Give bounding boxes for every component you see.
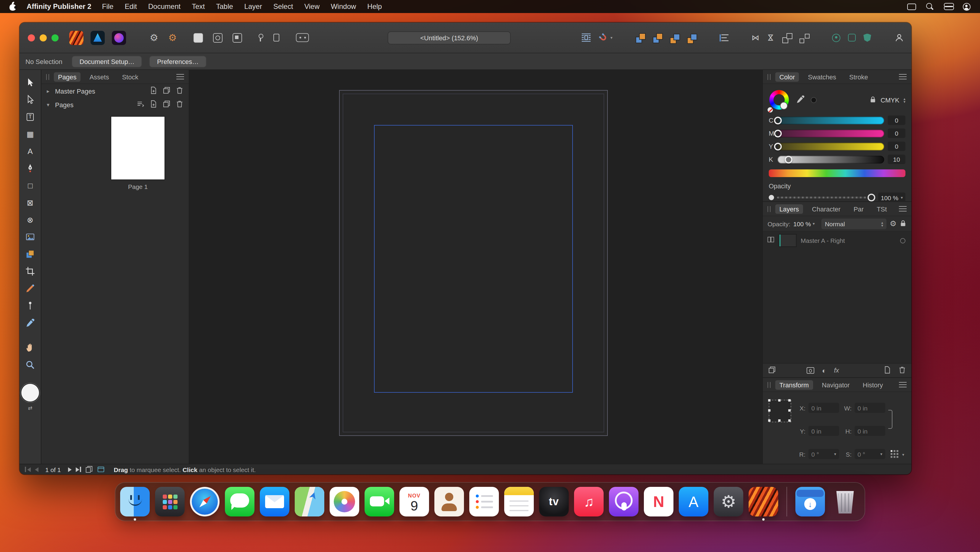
slider-knob[interactable]	[774, 142, 782, 150]
slider-knob[interactable]	[774, 116, 782, 124]
layers-list[interactable]: Master A - Right	[763, 231, 912, 363]
text-wrap-icon[interactable]	[581, 33, 592, 43]
y-field[interactable]: 0 in	[808, 426, 839, 436]
assistant-icon[interactable]	[296, 33, 309, 42]
menu-view[interactable]: View	[304, 2, 320, 11]
add-master-page-icon[interactable]	[150, 86, 158, 95]
master-pages-section[interactable]: ▸ Master Pages	[41, 84, 189, 98]
dock-launchpad-icon[interactable]	[155, 487, 185, 517]
target-circle-icon[interactable]	[832, 34, 840, 42]
cyan-slider-track[interactable]	[778, 116, 884, 124]
hue-strip[interactable]	[769, 169, 905, 177]
color-mode-select[interactable]: CMYK	[881, 97, 899, 104]
tab-history[interactable]: History	[859, 380, 887, 389]
close-button[interactable]	[28, 34, 35, 41]
view-mode-icon-2[interactable]	[213, 33, 222, 42]
picture-frame-ellipse-tool[interactable]: ⊗	[22, 212, 38, 227]
opacity-value[interactable]: 100 % ▾	[878, 193, 905, 203]
yellow-value[interactable]: 0	[888, 142, 905, 151]
panel-menu-icon[interactable]	[177, 74, 184, 80]
alignment-icon[interactable]	[720, 34, 729, 41]
settings-gear-icon[interactable]: ⚙	[169, 33, 177, 42]
style-picker-tool[interactable]	[22, 298, 38, 313]
ungroup-icon[interactable]	[800, 33, 809, 42]
dock-podcasts-icon[interactable]	[609, 487, 638, 517]
artistic-text-tool[interactable]: A	[22, 144, 38, 159]
color-picker-tool[interactable]	[22, 315, 38, 330]
pages-overview-icon[interactable]	[86, 466, 93, 473]
dock-publisher-icon[interactable]	[749, 487, 778, 517]
search-icon[interactable]	[926, 3, 934, 10]
tab-color[interactable]: Color	[775, 72, 799, 81]
document-canvas[interactable]	[189, 70, 762, 464]
frame-text-tool[interactable]: T	[22, 109, 38, 124]
panel-drag-handle[interactable]	[46, 74, 49, 80]
layer-effects-icon[interactable]: fx	[834, 367, 839, 374]
dock-downloads-icon[interactable]: ↓	[795, 487, 825, 517]
move-to-front-icon[interactable]	[636, 33, 645, 42]
dock-messages-icon[interactable]	[225, 487, 255, 517]
dock-notes-icon[interactable]	[504, 487, 534, 517]
tab-stroke[interactable]: Stroke	[845, 72, 872, 81]
panel-menu-icon[interactable]	[899, 382, 907, 388]
s-field[interactable]: 0 °▾	[854, 449, 885, 459]
w-field[interactable]: 0 in	[854, 403, 885, 413]
dock-facetime-icon[interactable]	[364, 487, 394, 517]
tab-text-styles[interactable]: TSt	[873, 204, 891, 214]
dock-tv-icon[interactable]: tv	[539, 487, 569, 517]
frames-tool[interactable]	[22, 246, 38, 262]
anchor-selector[interactable]: ▾	[891, 450, 904, 458]
panel-drag-handle[interactable]	[768, 382, 770, 388]
menu-layer[interactable]: Layer	[244, 2, 262, 11]
add-page-icon[interactable]	[150, 100, 158, 109]
dock-reminders-icon[interactable]	[469, 487, 499, 517]
group-icon[interactable]	[782, 33, 792, 42]
h-field[interactable]: 0 in	[854, 426, 885, 436]
dock-photos-icon[interactable]	[329, 487, 359, 517]
tab-stock[interactable]: Stock	[118, 72, 142, 81]
move-to-back-icon[interactable]	[687, 34, 697, 43]
r-field[interactable]: 0 °▾	[808, 449, 839, 459]
layer-settings-gear-icon[interactable]: ⚙	[890, 220, 897, 227]
gear-icon[interactable]: ⚙	[150, 33, 158, 42]
mask-layer-icon[interactable]	[807, 367, 814, 374]
layer-lock-icon[interactable]	[899, 219, 907, 228]
blend-mode-select[interactable]: Normal ▴▾	[821, 218, 887, 229]
move-forward-icon[interactable]	[653, 33, 662, 42]
fullscreen-button[interactable]	[51, 34, 59, 41]
color-wheel-icon[interactable]	[769, 89, 790, 111]
pages-section[interactable]: ▾ Pages	[41, 98, 189, 111]
yellow-slider-track[interactable]	[778, 142, 884, 150]
display-icon[interactable]	[907, 3, 916, 10]
layer-visibility-toggle[interactable]	[900, 238, 905, 243]
tab-navigator[interactable]: Navigator	[818, 380, 854, 389]
first-page-button[interactable]	[25, 467, 30, 472]
menu-select[interactable]: Select	[274, 2, 293, 11]
lock-icon[interactable]	[869, 95, 877, 105]
snapping-magnet-icon[interactable]: ▾	[599, 33, 612, 42]
layer-opacity-value[interactable]: 100 % ▾	[793, 220, 815, 227]
fill-stroke-selector[interactable]	[21, 384, 39, 402]
delete-page-icon[interactable]	[176, 100, 183, 109]
adjustment-layer-icon[interactable]: ◐	[822, 367, 826, 374]
tab-pages[interactable]: Pages	[54, 72, 81, 81]
tab-swatches[interactable]: Swatches	[804, 72, 840, 81]
flip-vertical-icon[interactable]: ⋈	[767, 34, 775, 41]
tab-layers[interactable]: Layers	[775, 204, 803, 214]
color-mode-stepper-icon[interactable]: ▴▾	[904, 97, 905, 103]
view-mode-icon-1[interactable]	[193, 33, 203, 42]
menu-help[interactable]: Help	[367, 2, 382, 11]
panel-drag-handle[interactable]	[768, 206, 770, 212]
swap-colors-icon[interactable]: ⇄	[28, 405, 32, 411]
new-layer-icon[interactable]	[883, 365, 891, 376]
panel-menu-icon[interactable]	[899, 206, 907, 212]
dock-appstore-icon[interactable]: A	[679, 487, 708, 517]
duplicate-master-page-icon[interactable]	[163, 86, 170, 95]
dock-contacts-icon[interactable]	[434, 487, 464, 517]
move-backward-icon[interactable]	[670, 34, 679, 43]
duplicate-layer-icon[interactable]	[768, 365, 776, 376]
eyedropper-icon[interactable]	[796, 94, 805, 106]
publisher-persona-icon[interactable]	[69, 30, 83, 45]
tab-transform[interactable]: Transform	[775, 380, 813, 389]
view-tool[interactable]	[22, 340, 38, 355]
